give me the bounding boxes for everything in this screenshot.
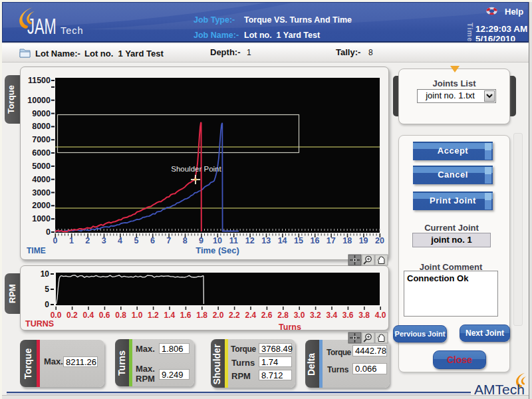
svg-text:5: 5 [45, 285, 49, 294]
svg-text:3.0: 3.0 [294, 311, 305, 320]
svg-text:1000: 1000 [32, 214, 51, 223]
svg-text:0: 0 [46, 227, 51, 237]
svg-text:3.8: 3.8 [358, 311, 370, 320]
svg-text:17: 17 [327, 236, 336, 245]
svg-text:2.4: 2.4 [245, 311, 256, 320]
svg-text:14: 14 [278, 236, 287, 245]
svg-text:10: 10 [213, 236, 222, 245]
svg-text:8: 8 [183, 236, 188, 245]
svg-text:15: 15 [294, 236, 303, 245]
svg-text:1.4: 1.4 [164, 311, 175, 320]
svg-text:Shoulder Point: Shoulder Point [171, 165, 221, 173]
svg-text:TIME: TIME [27, 246, 46, 255]
svg-text:1.6: 1.6 [180, 311, 192, 320]
svg-text:3.2: 3.2 [310, 311, 321, 320]
svg-text:2000: 2000 [32, 201, 51, 210]
svg-text:10000: 10000 [27, 96, 51, 105]
svg-text:8000: 8000 [32, 122, 51, 131]
svg-text:9000: 9000 [32, 109, 51, 118]
svg-text:11: 11 [229, 236, 238, 245]
svg-text:5: 5 [134, 236, 139, 245]
svg-text:0.2: 0.2 [66, 311, 78, 320]
svg-text:3: 3 [102, 236, 106, 245]
svg-text:7000: 7000 [32, 135, 51, 144]
svg-text:19: 19 [359, 236, 368, 245]
svg-text:13: 13 [261, 236, 271, 245]
svg-text:3.6: 3.6 [342, 311, 354, 320]
svg-text:3000: 3000 [32, 188, 51, 198]
svg-text:9: 9 [199, 236, 203, 245]
svg-text:0.8: 0.8 [115, 311, 126, 320]
svg-text:0.0: 0.0 [51, 311, 62, 320]
svg-text:2.2: 2.2 [229, 311, 240, 320]
svg-text:11500: 11500 [28, 76, 51, 85]
svg-text:1.8: 1.8 [196, 311, 207, 320]
svg-text:1.0: 1.0 [132, 311, 143, 320]
svg-text:6000: 6000 [32, 148, 51, 158]
svg-text:5000: 5000 [32, 162, 51, 171]
svg-text:18: 18 [342, 236, 352, 245]
svg-text:TURNS: TURNS [25, 319, 54, 329]
svg-text:3.4: 3.4 [326, 311, 337, 320]
svg-text:1: 1 [69, 236, 74, 245]
svg-text:0: 0 [45, 300, 49, 309]
svg-text:0.6: 0.6 [99, 311, 110, 320]
svg-text:10: 10 [41, 269, 50, 279]
svg-text:0.4: 0.4 [82, 311, 94, 320]
svg-text:4.0: 4.0 [375, 311, 386, 320]
svg-text:2.8: 2.8 [277, 311, 289, 320]
svg-text:6: 6 [150, 236, 155, 245]
svg-text:Time (Sec): Time (Sec) [196, 245, 239, 255]
svg-text:Turns: Turns [279, 323, 301, 332]
svg-text:7: 7 [166, 236, 171, 245]
svg-text:4: 4 [118, 236, 122, 245]
svg-text:12: 12 [245, 236, 255, 245]
svg-text:0: 0 [53, 236, 58, 245]
svg-text:16: 16 [310, 236, 319, 245]
svg-text:1.2: 1.2 [148, 311, 159, 320]
svg-text:2.0: 2.0 [213, 311, 224, 320]
svg-text:2.6: 2.6 [261, 311, 273, 320]
svg-text:4000: 4000 [32, 175, 51, 184]
svg-text:20: 20 [375, 236, 384, 245]
svg-text:2: 2 [85, 236, 90, 245]
